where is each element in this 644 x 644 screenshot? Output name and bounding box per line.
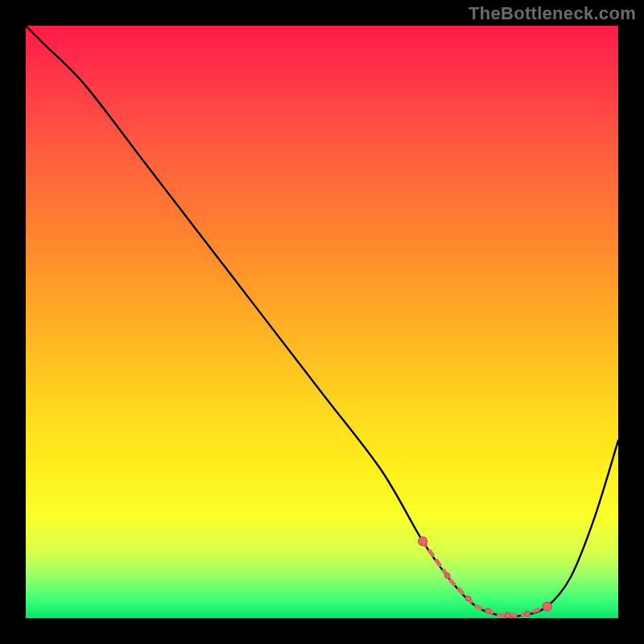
curve-layer (26, 26, 618, 618)
watermark-text: TheBottleneck.com (469, 3, 636, 24)
valley-dot (525, 611, 530, 616)
valley-dot (465, 596, 470, 601)
chart-frame: TheBottleneck.com (0, 0, 644, 644)
valley-dots (419, 537, 552, 618)
valley-dot (445, 573, 450, 578)
plot-area (26, 26, 618, 618)
valley-highlight (423, 541, 547, 615)
bottleneck-curve (26, 26, 618, 617)
valley-dot (419, 537, 427, 546)
valley-dot (543, 602, 551, 611)
valley-dot (505, 613, 510, 617)
valley-dot (485, 609, 490, 613)
